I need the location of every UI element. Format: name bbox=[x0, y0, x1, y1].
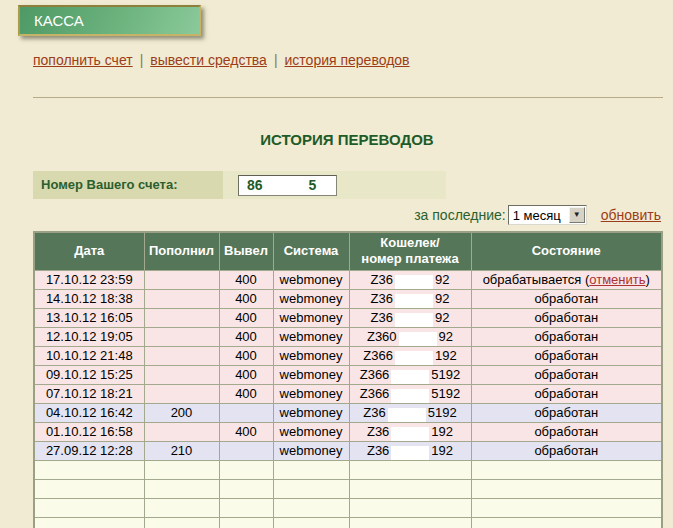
cell-wallet: Z36092 bbox=[349, 327, 471, 346]
cell-wallet: Z36192 bbox=[349, 422, 471, 441]
cell-system: webmoney bbox=[273, 384, 349, 403]
cell-deposit: 210 bbox=[144, 441, 219, 460]
cancel-link[interactable]: отменить bbox=[589, 272, 645, 287]
cell-wallet: Z366192 bbox=[349, 346, 471, 365]
cell-withdraw bbox=[219, 498, 273, 517]
chevron-down-icon: ▼ bbox=[569, 207, 585, 223]
censored-region bbox=[395, 275, 433, 289]
kassa-banner: КАССА bbox=[18, 5, 201, 36]
censored-region bbox=[391, 370, 429, 384]
cashdesk-page: КАССА пополнить счет|вывести средства|ис… bbox=[0, 0, 673, 528]
censored-region bbox=[391, 446, 429, 460]
cell-system: webmoney bbox=[273, 441, 349, 460]
cell-system: webmoney bbox=[273, 289, 349, 308]
cell-withdraw: 400 bbox=[219, 327, 273, 346]
cell-status: обработан bbox=[471, 327, 662, 346]
cell-withdraw: 400 bbox=[219, 346, 273, 365]
cell-status bbox=[471, 517, 662, 528]
censored-region bbox=[391, 389, 429, 403]
cell-status bbox=[471, 479, 662, 498]
table-row: 07.10.12 18:21 400 webmoney Z3665192 обр… bbox=[34, 384, 662, 403]
cell-date: 04.10.12 16:42 bbox=[34, 403, 144, 422]
nav-link-topup[interactable]: пополнить счет bbox=[33, 52, 133, 68]
table-row: 04.10.12 16:42 200 webmoney Z365192 обра… bbox=[34, 403, 662, 422]
nav-links: пополнить счет|вывести средства|история … bbox=[33, 52, 410, 68]
cell-date: 17.10.12 23:59 bbox=[34, 270, 144, 289]
censored-region bbox=[395, 313, 433, 327]
account-number-field[interactable]: 865 bbox=[238, 175, 337, 196]
history-table: Дата Пополнил Вывел Система Кошелек/ ном… bbox=[33, 231, 663, 528]
cell-date: 01.10.12 16:58 bbox=[34, 422, 144, 441]
cell-date: 10.10.12 21:48 bbox=[34, 346, 144, 365]
table-row bbox=[34, 460, 662, 479]
cell-status: обработан bbox=[471, 384, 662, 403]
nav-link-withdraw[interactable]: вывести средства bbox=[150, 52, 267, 68]
table-row: 13.10.12 16:05 400 webmoney Z3692 обрабо… bbox=[34, 308, 662, 327]
account-number-label: Номер Вашего счета: bbox=[33, 171, 223, 199]
cell-deposit bbox=[144, 498, 219, 517]
cell-date: 27.09.12 12:28 bbox=[34, 441, 144, 460]
cell-wallet: Z365192 bbox=[349, 403, 471, 422]
cell-status bbox=[471, 460, 662, 479]
period-select[interactable]: 1 месяц ▼ bbox=[508, 205, 587, 225]
cell-date bbox=[34, 517, 144, 528]
cell-deposit bbox=[144, 479, 219, 498]
cell-withdraw bbox=[219, 441, 273, 460]
cell-deposit bbox=[144, 270, 219, 289]
table-row bbox=[34, 479, 662, 498]
column-header-status: Состояние bbox=[471, 232, 662, 270]
cell-date: 07.10.12 18:21 bbox=[34, 384, 144, 403]
censored-region bbox=[388, 408, 426, 422]
cell-system bbox=[273, 460, 349, 479]
censored-region bbox=[263, 178, 309, 193]
period-filter-row: за последние: 1 месяц ▼ обновить bbox=[414, 204, 661, 226]
table-row bbox=[34, 517, 662, 528]
refresh-link[interactable]: обновить bbox=[601, 207, 661, 223]
cell-withdraw: 400 bbox=[219, 365, 273, 384]
cell-date: 13.10.12 16:05 bbox=[34, 308, 144, 327]
cell-wallet: Z3692 bbox=[349, 289, 471, 308]
cell-system bbox=[273, 517, 349, 528]
cell-date bbox=[34, 498, 144, 517]
account-number-suffix: 5 bbox=[309, 177, 317, 193]
cell-withdraw: 400 bbox=[219, 270, 273, 289]
censored-region bbox=[391, 427, 429, 441]
cell-system: webmoney bbox=[273, 365, 349, 384]
page-title: ИСТОРИЯ ПЕРЕВОДОВ bbox=[33, 131, 661, 148]
cell-wallet: Z3692 bbox=[349, 270, 471, 289]
period-select-value: 1 месяц bbox=[509, 208, 569, 223]
cell-system: webmoney bbox=[273, 346, 349, 365]
cell-system: webmoney bbox=[273, 403, 349, 422]
cell-deposit bbox=[144, 422, 219, 441]
cell-status: обработан bbox=[471, 289, 662, 308]
cell-date: 14.10.12 18:38 bbox=[34, 289, 144, 308]
cell-wallet: Z36192 bbox=[349, 441, 471, 460]
cell-status: обработан bbox=[471, 308, 662, 327]
cell-status: обработан bbox=[471, 365, 662, 384]
cell-status: обработан bbox=[471, 422, 662, 441]
cell-system bbox=[273, 479, 349, 498]
table-row bbox=[34, 498, 662, 517]
nav-separator: | bbox=[140, 52, 144, 68]
cell-deposit bbox=[144, 365, 219, 384]
account-row: Номер Вашего счета: 865 bbox=[33, 171, 446, 199]
nav-link-history[interactable]: история переводов bbox=[285, 52, 410, 68]
cell-deposit bbox=[144, 460, 219, 479]
nav-separator: | bbox=[274, 52, 278, 68]
cell-withdraw bbox=[219, 517, 273, 528]
cell-deposit bbox=[144, 327, 219, 346]
account-number-prefix: 86 bbox=[247, 177, 263, 193]
table-row: 10.10.12 21:48 400 webmoney Z366192 обра… bbox=[34, 346, 662, 365]
cell-system: webmoney bbox=[273, 327, 349, 346]
cell-wallet: Z3665192 bbox=[349, 384, 471, 403]
account-value-cell: 865 bbox=[223, 171, 446, 199]
cell-status: обработан bbox=[471, 403, 662, 422]
censored-region bbox=[395, 351, 433, 365]
cell-date: 12.10.12 19:05 bbox=[34, 327, 144, 346]
table-row: 14.10.12 18:38 400 webmoney Z3692 обрабо… bbox=[34, 289, 662, 308]
cell-deposit bbox=[144, 384, 219, 403]
cell-wallet bbox=[349, 479, 471, 498]
cell-withdraw bbox=[219, 460, 273, 479]
table-row: 27.09.12 12:28 210 webmoney Z36192 обраб… bbox=[34, 441, 662, 460]
cell-date bbox=[34, 479, 144, 498]
